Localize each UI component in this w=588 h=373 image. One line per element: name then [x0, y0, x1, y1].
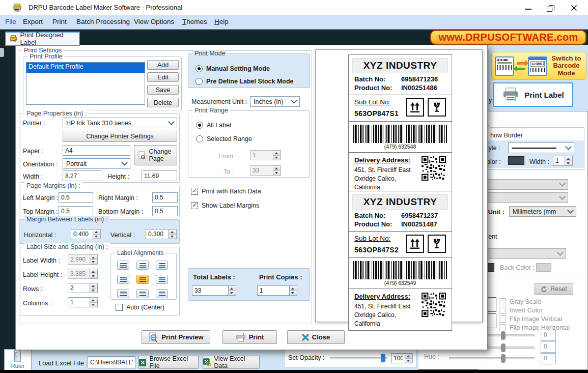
auto-center-option[interactable]: Auto (Center): [116, 304, 164, 311]
left-margin-input[interactable]: [59, 192, 93, 203]
page-width-input[interactable]: [63, 170, 102, 181]
opacity-slider[interactable]: [330, 357, 387, 359]
total-labels-spinner[interactable]: [192, 285, 236, 296]
add-profile-button[interactable]: Add: [147, 60, 179, 70]
invert-color-option[interactable]: Invert Color: [499, 307, 543, 314]
print-button[interactable]: Print: [222, 330, 277, 344]
adjust-slider-2-thumb[interactable]: [501, 343, 506, 352]
fore-color-swatch-fragment[interactable]: [488, 263, 494, 272]
menu-item-view-options[interactable]: View Options: [134, 18, 174, 25]
invert-color-checkbox[interactable]: [499, 307, 506, 314]
show-label-margins-checkbox[interactable]: [191, 202, 198, 209]
align-middle-center-button[interactable]: [136, 275, 149, 284]
ruler-tool[interactable]: Ruler: [4, 349, 32, 370]
flip-horizontal-checkbox[interactable]: [499, 324, 506, 331]
reset-button[interactable]: Reset: [535, 283, 573, 295]
browse-excel-file-button[interactable]: Browse Excel File: [138, 356, 199, 369]
print-profile-listbox[interactable]: Default Print Profile: [26, 62, 145, 105]
save-profile-button[interactable]: Save: [147, 85, 179, 95]
hue-slider[interactable]: [449, 357, 535, 359]
vertical-margin-input[interactable]: [146, 229, 169, 239]
selected-profile-item[interactable]: Default Print Profile: [26, 63, 145, 73]
top-margin-input[interactable]: [59, 206, 93, 216]
right-margin-input[interactable]: [152, 192, 178, 203]
manual-setting-radio[interactable]: [195, 65, 203, 72]
border-width-spinner[interactable]: [553, 156, 573, 166]
predefine-stock-mode-option[interactable]: Pre Define Label Stock Mode: [195, 78, 294, 85]
measurement-unit-dropdown[interactable]: Inches (in): [250, 96, 300, 107]
delete-profile-button[interactable]: Delete: [147, 98, 179, 107]
align-bottom-center-button[interactable]: [136, 289, 149, 298]
adjust-slider-1[interactable]: [488, 334, 535, 336]
bottom-margin-input[interactable]: [152, 206, 178, 216]
total-labels-input[interactable]: [192, 285, 229, 296]
spinner-buttons[interactable]: [90, 297, 98, 307]
horizontal-margin-input[interactable]: [71, 229, 93, 239]
auto-center-checkbox[interactable]: [116, 304, 123, 311]
opacity-input[interactable]: [391, 353, 405, 363]
menu-item-batch-processing[interactable]: Batch Processing: [76, 18, 130, 25]
menu-item-help[interactable]: Help: [214, 18, 229, 25]
gray-scale-option[interactable]: Gray Scale: [499, 298, 541, 305]
paper-input[interactable]: [63, 145, 130, 156]
adjust-value-1[interactable]: 0: [541, 330, 556, 341]
align-top-left-button[interactable]: [117, 261, 129, 270]
align-top-center-button[interactable]: [136, 261, 149, 270]
spinner-buttons[interactable]: [229, 285, 236, 296]
spinner-buttons[interactable]: [169, 229, 177, 239]
excel-path-input[interactable]: [88, 356, 135, 368]
predefine-stock-radio[interactable]: [195, 78, 203, 85]
menu-item-export[interactable]: Export: [23, 18, 43, 25]
align-middle-right-button[interactable]: [156, 275, 168, 284]
horizontal-margin-spinner[interactable]: [71, 229, 101, 239]
rows-input[interactable]: [68, 283, 90, 293]
close-window-icon[interactable]: [571, 5, 577, 11]
all-label-option[interactable]: All Label: [196, 122, 231, 129]
rows-spinner[interactable]: [68, 283, 98, 293]
show-border-label-fragment[interactable]: how Border: [490, 132, 523, 139]
spinner-buttons[interactable]: [93, 229, 101, 239]
spinner-buttons[interactable]: [565, 156, 573, 166]
print-copies-input[interactable]: [257, 285, 290, 296]
line-style-dropdown[interactable]: [508, 142, 574, 153]
minimize-button[interactable]: [525, 9, 531, 10]
unit-dropdown[interactable]: Milimeters (mm: [509, 206, 576, 217]
edit-profile-button[interactable]: Edit: [147, 72, 179, 82]
adjust-value-2[interactable]: 0: [541, 341, 556, 353]
orientation-dropdown[interactable]: Portrait: [63, 158, 130, 169]
flip-vertical-checkbox[interactable]: [499, 315, 506, 323]
show-label-margins-option[interactable]: Show Label Margins: [191, 202, 259, 209]
columns-input[interactable]: [68, 297, 90, 307]
page-height-input[interactable]: [142, 170, 177, 181]
adjust-slider-2[interactable]: [488, 347, 535, 349]
flip-vertical-option[interactable]: Flip Image Vertical: [499, 315, 562, 323]
adjust-slider-1-thumb[interactable]: [501, 331, 506, 340]
align-middle-left-button[interactable]: [117, 275, 129, 284]
print-with-batch-data-option[interactable]: Print with Batch Data: [191, 188, 261, 195]
print-with-batch-data-checkbox[interactable]: [191, 188, 198, 195]
view-excel-data-button[interactable]: View Excel Data: [203, 356, 260, 369]
menu-item-print[interactable]: Print: [52, 18, 67, 25]
change-page-button[interactable]: Change Page: [134, 145, 177, 165]
border-color-swatch[interactable]: [508, 156, 524, 165]
selected-range-radio[interactable]: [196, 135, 203, 142]
align-bottom-right-button[interactable]: [156, 289, 168, 298]
menu-item-file[interactable]: File: [5, 18, 16, 25]
switch-to-barcode-mode-button[interactable]: 123567 Switch to Barcode Mode: [491, 52, 586, 80]
printer-dropdown[interactable]: HP Ink Tank 310 series: [63, 118, 177, 128]
manual-setting-mode-option[interactable]: Manual Setting Mode: [195, 65, 270, 72]
restore-button-front[interactable]: [547, 7, 552, 12]
change-printer-settings-button[interactable]: Change Printer Settings: [63, 131, 177, 142]
print-copies-spinner[interactable]: [257, 285, 297, 296]
hue-value[interactable]: 0: [541, 353, 556, 364]
menu-item-themes[interactable]: Themes: [182, 18, 207, 25]
vertical-margin-spinner[interactable]: [146, 229, 177, 239]
gray-scale-checkbox[interactable]: [499, 298, 506, 305]
flip-horizontal-option[interactable]: Flip Image Horizontal: [499, 324, 570, 331]
spinner-buttons[interactable]: [290, 285, 297, 296]
back-color-swatch[interactable]: [536, 263, 551, 272]
columns-spinner[interactable]: [68, 297, 98, 307]
print-designed-label-tab[interactable]: Print Designed Label: [5, 32, 80, 46]
spinner-buttons[interactable]: [90, 283, 98, 293]
spinner-buttons[interactable]: [405, 353, 413, 363]
